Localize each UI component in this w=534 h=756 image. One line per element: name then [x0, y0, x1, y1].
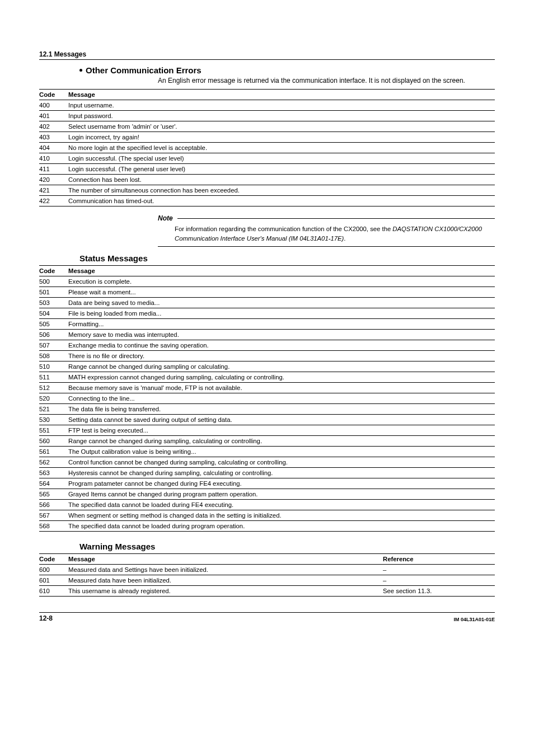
cell-code: 510: [39, 361, 68, 372]
th-reference: Reference: [383, 554, 495, 565]
cell-message: Login incorrect, try again!: [68, 132, 495, 143]
cell-message: Connecting to the line...: [68, 393, 495, 404]
table-row: 568The specified data cannot be loaded d…: [39, 521, 495, 532]
cell-message: FTP test is being executed...: [68, 425, 495, 436]
page-number: 12-8: [39, 614, 53, 622]
cell-code: 506: [39, 330, 68, 340]
cell-message: Input password.: [68, 111, 495, 121]
cell-reference: –: [383, 565, 495, 575]
table-row: 501Please wait a moment...: [39, 287, 495, 298]
cell-code: 565: [39, 489, 68, 500]
cell-code: 512: [39, 383, 68, 393]
cell-message: Communication has timed-out.: [68, 196, 495, 206]
table-row: 400Input username.: [39, 100, 495, 111]
table-row: 520Connecting to the line...: [39, 393, 495, 404]
cell-code: 563: [39, 468, 68, 478]
cell-message: Exchange media to continue the saving op…: [68, 340, 495, 351]
cell-code: 564: [39, 478, 68, 489]
cell-code: 504: [39, 308, 68, 319]
cell-code: 551: [39, 425, 68, 436]
document-id: IM 04L31A01-01E: [453, 617, 495, 622]
status-messages-heading: Status Messages: [79, 253, 495, 263]
cell-message: The specified data cannot be loaded duri…: [68, 521, 495, 532]
table-row: 504File is being loaded from media...: [39, 308, 495, 319]
cell-message: Range cannot be changed during sampling …: [68, 361, 495, 372]
cell-code: 422: [39, 196, 68, 206]
cell-message: Control function cannot be changed durin…: [68, 457, 495, 468]
cell-message: The Output calibration value is being wr…: [68, 447, 495, 457]
note-body-trailing: .: [344, 235, 345, 242]
cell-message: Login successful. (The general user leve…: [68, 164, 495, 175]
cell-code: 601: [39, 575, 68, 586]
cell-message: Connection has been lost.: [68, 175, 495, 185]
cell-code: 421: [39, 185, 68, 196]
other-comm-errors-heading: Other Communication Errors: [79, 65, 495, 75]
table-row: 551FTP test is being executed...: [39, 425, 495, 436]
table-row: 404No more login at the specified level …: [39, 143, 495, 153]
table-row: 565Grayed Items cannot be changed during…: [39, 489, 495, 500]
table-row: 530Setting data cannot be saved during o…: [39, 415, 495, 425]
table-row: 567When segment or setting method is cha…: [39, 510, 495, 521]
other-comm-table: Code Message 400Input username.401Input …: [39, 89, 495, 206]
cell-message: Please wait a moment...: [68, 287, 495, 298]
table-row: 521The data file is being transferred.: [39, 404, 495, 415]
table-row: 508There is no file or directory.: [39, 351, 495, 361]
cell-code: 404: [39, 143, 68, 153]
note-block: Note For information regarding the commu…: [158, 214, 495, 247]
cell-message: Formatting...: [68, 319, 495, 330]
note-bottom-rule-icon: [158, 246, 495, 247]
cell-message: When segment or setting method is change…: [68, 510, 495, 521]
table-row: 510Range cannot be changed during sampli…: [39, 361, 495, 372]
table-row: 401Input password.: [39, 111, 495, 121]
table-row: 563Hysteresis cannot be changed during s…: [39, 468, 495, 478]
cell-code: 505: [39, 319, 68, 330]
cell-reference: See section 11.3.: [383, 586, 495, 597]
cell-message: Because memory save is 'manual' mode, FT…: [68, 383, 495, 393]
cell-message: No more login at the specified level is …: [68, 143, 495, 153]
cell-code: 420: [39, 175, 68, 185]
cell-message: Grayed Items cannot be changed during pr…: [68, 489, 495, 500]
th-message: Message: [68, 90, 495, 100]
table-row: 610This username is already registered.S…: [39, 586, 495, 597]
cell-code: 567: [39, 510, 68, 521]
cell-code: 400: [39, 100, 68, 111]
table-row: 422Communication has timed-out.: [39, 196, 495, 206]
table-row: 503Data are being saved to media...: [39, 298, 495, 308]
th-message: Message: [68, 554, 383, 565]
cell-code: 500: [39, 276, 68, 287]
cell-message: Login successful. (The special user leve…: [68, 153, 495, 164]
table-row: 402Select username from 'admin' or 'user…: [39, 121, 495, 132]
cell-message: Range cannot be changed during sampling,…: [68, 436, 495, 447]
cell-code: 402: [39, 121, 68, 132]
cell-message: Program patameter cannot be changed duri…: [68, 478, 495, 489]
table-row: 512Because memory save is 'manual' mode,…: [39, 383, 495, 393]
cell-code: 600: [39, 565, 68, 575]
table-row: 505Formatting...: [39, 319, 495, 330]
bullet-icon: [79, 69, 82, 72]
table-row: 420Connection has been lost.: [39, 175, 495, 185]
cell-message: Select username from 'admin' or 'user'.: [68, 121, 495, 132]
table-row: 507Exchange media to continue the saving…: [39, 340, 495, 351]
cell-message: Input username.: [68, 100, 495, 111]
note-label: Note: [158, 214, 175, 222]
cell-message: This username is already registered.: [68, 586, 383, 597]
th-code: Code: [39, 554, 68, 565]
other-comm-intro: An English error message is returned via…: [158, 76, 495, 86]
table-row: 600Measured data and Settings have been …: [39, 565, 495, 575]
cell-code: 501: [39, 287, 68, 298]
status-table: Code Message 500Execution is complete.50…: [39, 265, 495, 532]
cell-code: 521: [39, 404, 68, 415]
cell-message: There is no file or directory.: [68, 351, 495, 361]
cell-message: Measured data and Settings have been ini…: [68, 565, 383, 575]
table-row: 560Range cannot be changed during sampli…: [39, 436, 495, 447]
cell-message: Hysteresis cannot be changed during samp…: [68, 468, 495, 478]
table-row: 601Measured data have been initialized.–: [39, 575, 495, 586]
cell-code: 560: [39, 436, 68, 447]
cell-message: The data file is being transferred.: [68, 404, 495, 415]
cell-code: 568: [39, 521, 68, 532]
cell-code: 561: [39, 447, 68, 457]
table-row: 500Execution is complete.: [39, 276, 495, 287]
page-footer: 12-8 IM 04L31A01-01E: [39, 612, 495, 622]
table-row: 564Program patameter cannot be changed d…: [39, 478, 495, 489]
page-section-header: 12.1 Messages: [39, 50, 495, 60]
